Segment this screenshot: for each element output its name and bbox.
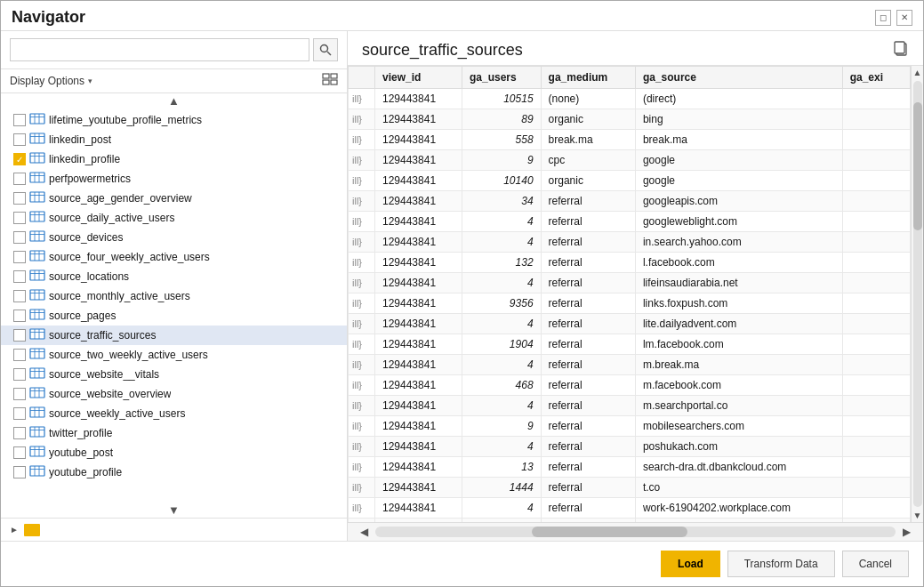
- table-row[interactable]: ill}12944384113referralsearch-dra.dt.dba…: [349, 457, 911, 478]
- table-row[interactable]: ill}12944384189organicbing: [349, 109, 911, 130]
- table-row[interactable]: ill}1294438414referralwork-61904202.work…: [349, 498, 911, 519]
- tree-item-lifetime_youtube_profile_metrics[interactable]: lifetime_youtube_profile_metrics: [1, 110, 347, 130]
- table-row[interactable]: ill}1294438419356referrallinks.foxpush.c…: [349, 294, 911, 314]
- table-row[interactable]: ill}1294438419cpcgoogle: [349, 150, 911, 171]
- tree-item-youtube_profile[interactable]: youtube_profile: [1, 462, 347, 482]
- table-row[interactable]: ill}1294438411904referrallm.facebook.com: [349, 334, 911, 355]
- cell-ga-users: 9356: [462, 294, 541, 314]
- checkbox-source_locations[interactable]: [13, 270, 26, 283]
- checkbox-perfpowermetrics[interactable]: [13, 173, 26, 185]
- cancel-button[interactable]: Cancel: [842, 551, 909, 577]
- checkbox-twitter_profile[interactable]: [13, 427, 26, 439]
- copy-icon[interactable]: [893, 40, 909, 60]
- scroll-up-button[interactable]: ▲: [168, 94, 180, 108]
- checkbox-linkedin_post[interactable]: [13, 133, 26, 146]
- table-row[interactable]: ill}129443841468referralm.facebook.com: [349, 375, 911, 396]
- tree-item-linkedin_post[interactable]: linkedin_post: [1, 130, 347, 149]
- cell-ga-source: t.co: [635, 478, 842, 498]
- scroll-down-arrow-icon[interactable]: ▼: [913, 509, 922, 522]
- cell-ga-source: (direct): [635, 89, 842, 109]
- tree-item-source_pages[interactable]: source_pages: [1, 306, 347, 326]
- search-input[interactable]: [10, 38, 309, 61]
- table-row[interactable]: ill}1294438419organicyahoo: [349, 519, 911, 523]
- scroll-v-thumb[interactable]: [913, 102, 922, 230]
- tree-item-source_traffic_sources[interactable]: source_traffic_sources: [1, 326, 347, 345]
- scroll-up-arrow-icon[interactable]: ▲: [913, 66, 922, 79]
- tree-item-twitter_profile[interactable]: twitter_profile: [1, 423, 347, 443]
- scroll-down-button[interactable]: ▼: [168, 503, 180, 517]
- folder-expand-icon[interactable]: ►: [10, 525, 19, 535]
- checkbox-source_two_weekly_active_users[interactable]: [13, 349, 26, 361]
- load-button[interactable]: Load: [661, 551, 720, 577]
- row-icon: ill}: [349, 191, 375, 212]
- window-controls: ◻ ✕: [875, 10, 912, 26]
- table-row[interactable]: ill}1294438414referralm.searchportal.co: [349, 396, 911, 416]
- scroll-h-track[interactable]: [375, 527, 896, 537]
- scroll-left-arrow-icon[interactable]: ◀: [357, 526, 372, 538]
- checkbox-youtube_post[interactable]: [13, 446, 26, 459]
- vertical-scrollbar[interactable]: ▲ ▼: [911, 66, 923, 522]
- horizontal-scrollbar[interactable]: ◀ ▶: [348, 522, 923, 541]
- table-row[interactable]: ill}1294438414referralm.break.ma: [349, 355, 911, 375]
- table-wrapper: view_idga_usersga_mediumga_sourcega_exii…: [348, 66, 923, 541]
- checkbox-lifetime_youtube_profile_metrics[interactable]: [13, 114, 26, 126]
- table-row[interactable]: ill}1294438414referrallifeinsaudiarabia.…: [349, 273, 911, 294]
- tree-item-linkedin_profile[interactable]: ✓ linkedin_profile: [1, 149, 347, 169]
- tree-item-source_two_weekly_active_users[interactable]: source_two_weekly_active_users: [1, 345, 347, 365]
- table-icon: [29, 426, 45, 440]
- checkbox-source_four_weekly_active_users[interactable]: [13, 251, 26, 263]
- checkbox-source_age_gender_overview[interactable]: [13, 192, 26, 205]
- tree-item-source_website__vitals[interactable]: source_website__vitals: [1, 365, 347, 384]
- right-panel: source_traffic_sources view_idga_usersga…: [348, 31, 923, 541]
- transform-data-button[interactable]: Transform Data: [727, 551, 835, 577]
- checkbox-source_traffic_sources[interactable]: [13, 329, 26, 342]
- cell-ga-users: 89: [462, 109, 541, 130]
- cell-ga-source: lm.facebook.com: [635, 334, 842, 355]
- checkbox-youtube_profile[interactable]: [13, 466, 26, 478]
- checkbox-source_weekly_active_users[interactable]: [13, 407, 26, 420]
- checkbox-source_monthly_active_users[interactable]: [13, 290, 26, 302]
- table-row[interactable]: ill}1294438414referralgoogleweblight.com: [349, 212, 911, 232]
- table-row[interactable]: ill}129443841558break.mabreak.ma: [349, 130, 911, 150]
- tree-item-source_website_overview[interactable]: source_website_overview: [1, 384, 347, 404]
- cell-ga-users: 468: [462, 375, 541, 396]
- tree-item-source_age_gender_overview[interactable]: source_age_gender_overview: [1, 189, 347, 208]
- checkbox-source_daily_active_users[interactable]: [13, 212, 26, 224]
- table-scroll[interactable]: view_idga_usersga_mediumga_sourcega_exii…: [348, 66, 923, 522]
- table-row[interactable]: ill}1294438411444referralt.co: [349, 478, 911, 498]
- table-row[interactable]: ill}1294438414referrallite.dailyadvent.c…: [349, 314, 911, 334]
- table-row[interactable]: ill}12944384110140organicgoogle: [349, 171, 911, 191]
- checkbox-source_website_overview[interactable]: [13, 388, 26, 400]
- cell-ga-users: 4: [462, 396, 541, 416]
- row-icon: ill}: [349, 171, 375, 191]
- table-row[interactable]: ill}1294438419referralmobilesearchers.co…: [349, 416, 911, 437]
- restore-button[interactable]: ◻: [875, 10, 891, 26]
- checkbox-source_pages[interactable]: [13, 310, 26, 322]
- checkbox-source_website__vitals[interactable]: [13, 368, 26, 381]
- tree-item-youtube_post[interactable]: youtube_post: [1, 443, 347, 462]
- tree-item-source_four_weekly_active_users[interactable]: source_four_weekly_active_users: [1, 247, 347, 267]
- scroll-v-track[interactable]: [913, 81, 922, 507]
- tree-item-source_devices[interactable]: source_devices: [1, 228, 347, 247]
- checkbox-source_devices[interactable]: [13, 231, 26, 244]
- tree-item-source_locations[interactable]: source_locations: [1, 267, 347, 286]
- tree-item-source_monthly_active_users[interactable]: source_monthly_active_users: [1, 286, 347, 306]
- display-options-button[interactable]: Display Options ▾: [10, 75, 92, 87]
- close-button[interactable]: ✕: [896, 10, 912, 26]
- cell-ga-users: 1444: [462, 478, 541, 498]
- search-button[interactable]: [313, 38, 338, 61]
- table-row[interactable]: ill}1294438414referralposhukach.com: [349, 437, 911, 457]
- cell-ga-medium: referral: [541, 253, 635, 273]
- row-icon: ill}: [349, 109, 375, 130]
- table-row[interactable]: ill}12944384110515(none)(direct): [349, 89, 911, 109]
- checkbox-linkedin_profile[interactable]: ✓: [13, 153, 26, 165]
- table-row[interactable]: ill}129443841132referrall.facebook.com: [349, 253, 911, 273]
- scroll-right-arrow-icon[interactable]: ▶: [899, 526, 914, 538]
- expand-icon[interactable]: [322, 73, 338, 89]
- scroll-h-thumb[interactable]: [532, 527, 688, 537]
- tree-item-source_daily_active_users[interactable]: source_daily_active_users: [1, 208, 347, 228]
- table-row[interactable]: ill}1294438414referralin.search.yahoo.co…: [349, 232, 911, 253]
- tree-item-source_weekly_active_users[interactable]: source_weekly_active_users: [1, 404, 347, 423]
- tree-item-perfpowermetrics[interactable]: perfpowermetrics: [1, 169, 347, 189]
- table-row[interactable]: ill}12944384134referralgoogleapis.com: [349, 191, 911, 212]
